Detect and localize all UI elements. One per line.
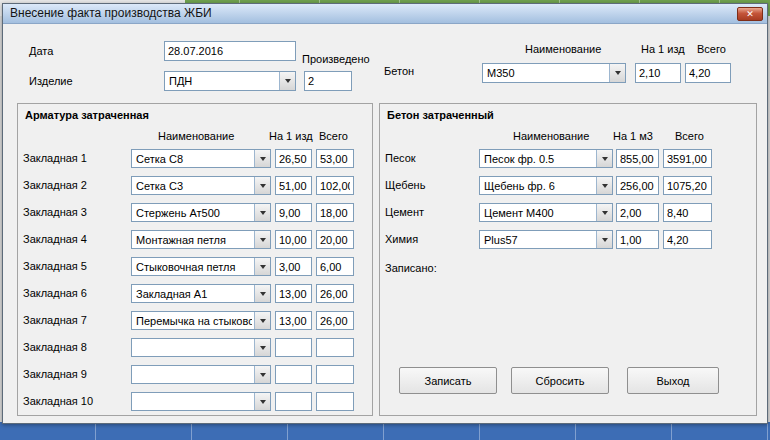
concrete-total-input[interactable]	[685, 63, 731, 83]
concrete-per-m3-input[interactable]	[616, 149, 659, 168]
armature-total-input[interactable]	[316, 338, 354, 357]
written-label: Записано:	[385, 262, 437, 274]
concrete-per-m3-input[interactable]	[616, 203, 659, 222]
concrete-per-m3-input[interactable]	[616, 176, 659, 195]
armature-row: Закладная 7 Перемычка на стыковочн	[3, 311, 767, 330]
chevron-down-icon[interactable]	[596, 204, 612, 221]
chevron-down-icon[interactable]	[596, 177, 612, 194]
combobox-value: Перемычка на стыковочн	[136, 315, 252, 327]
armature-per-item-header: На 1 изд	[269, 130, 313, 142]
armature-total-input[interactable]	[316, 284, 354, 303]
armature-total-input[interactable]	[316, 365, 354, 384]
combobox-value: Песок фр. 0.5	[484, 153, 594, 165]
concrete-row: Химия Plus57	[3, 230, 767, 249]
concrete-row-label: Щебень	[385, 179, 425, 191]
chevron-down-icon[interactable]	[254, 366, 270, 383]
chevron-down-icon[interactable]	[254, 285, 270, 302]
combobox-value: Щебень фр. 6	[484, 180, 594, 192]
concrete-per-m3-input[interactable]	[616, 230, 659, 249]
concrete-per-item-header: На 1 изд	[641, 43, 685, 55]
close-icon: ✕	[746, 9, 754, 19]
chevron-down-icon[interactable]	[254, 258, 270, 275]
concrete-row: Песок Песок фр. 0.5	[3, 149, 767, 168]
date-label: Дата	[29, 45, 53, 57]
combobox-value: Plus57	[484, 234, 594, 246]
concrete-frame-title: Бетон затраченный	[387, 109, 494, 121]
close-button[interactable]: ✕	[737, 7, 763, 21]
concrete-name-combobox[interactable]: Plus57	[479, 230, 613, 249]
armature-name-combobox[interactable]	[131, 392, 271, 411]
armature-name-combobox[interactable]: Стыковочная петля	[131, 257, 271, 276]
armature-per-item-input[interactable]	[275, 284, 312, 303]
concrete-grade-combobox[interactable]: М350	[482, 63, 626, 83]
armature-row-label: Закладная 6	[23, 287, 87, 299]
armature-name-combobox[interactable]: Закладная А1	[131, 284, 271, 303]
concrete-label: Бетон	[384, 65, 414, 77]
armature-row-label: Закладная 8	[23, 341, 87, 353]
save-button[interactable]: Записать	[399, 367, 497, 394]
date-input[interactable]	[164, 41, 296, 61]
concrete-name-header: Наименование	[525, 43, 601, 55]
chevron-down-icon[interactable]	[279, 72, 295, 90]
chevron-down-icon[interactable]	[254, 339, 270, 356]
armature-per-item-input[interactable]	[275, 365, 312, 384]
armature-total-input[interactable]	[316, 311, 354, 330]
armature-row-label: Закладная 9	[23, 368, 87, 380]
armature-row: Закладная 10	[3, 392, 767, 411]
window-title: Внесение факта производства ЖБИ	[10, 4, 212, 23]
reset-button[interactable]: Сбросить	[511, 367, 609, 394]
concrete-total-header-2: Всего	[675, 130, 704, 142]
produced-label: Произведено	[302, 53, 370, 65]
armature-per-item-input[interactable]	[275, 257, 312, 276]
armature-total-header: Всего	[319, 130, 348, 142]
combobox-value: Стыковочная петля	[136, 261, 252, 273]
concrete-row: Щебень Щебень фр. 6	[3, 176, 767, 195]
armature-name-header: Наименование	[158, 130, 234, 142]
armature-name-combobox[interactable]: Перемычка на стыковочн	[131, 311, 271, 330]
armature-per-item-input[interactable]	[275, 338, 312, 357]
concrete-row: Цемент Цемент М400	[3, 203, 767, 222]
concrete-name-combobox[interactable]: Цемент М400	[479, 203, 613, 222]
concrete-total-input[interactable]	[663, 203, 712, 222]
armature-row-label: Закладная 5	[23, 260, 87, 272]
chevron-down-icon[interactable]	[254, 312, 270, 329]
combobox-value: Цемент М400	[484, 207, 594, 219]
armature-total-input[interactable]	[316, 392, 354, 411]
chevron-down-icon[interactable]	[596, 150, 612, 167]
combobox-value: М350	[487, 67, 607, 79]
dialog-content: Дата Произведено Изделие ПДН Бетон Наиме…	[3, 24, 767, 423]
produced-input[interactable]	[304, 71, 352, 91]
concrete-total-header: Всего	[697, 43, 726, 55]
concrete-per-item-input[interactable]	[635, 63, 681, 83]
chevron-down-icon[interactable]	[596, 231, 612, 248]
concrete-total-input[interactable]	[663, 230, 712, 249]
product-label: Изделие	[29, 75, 73, 87]
armature-name-combobox[interactable]	[131, 365, 271, 384]
concrete-row-label: Песок	[385, 152, 416, 164]
combobox-value: ПДН	[169, 75, 277, 87]
armature-row-label: Закладная 7	[23, 314, 87, 326]
chevron-down-icon[interactable]	[254, 393, 270, 410]
spreadsheet-bottom-strip	[0, 422, 770, 440]
concrete-row-label: Химия	[385, 233, 418, 245]
armature-frame-title: Арматура затраченная	[25, 109, 149, 121]
concrete-per-m3-header: На 1 м3	[613, 130, 653, 142]
armature-total-input[interactable]	[316, 257, 354, 276]
armature-per-item-input[interactable]	[275, 392, 312, 411]
concrete-name-combobox[interactable]: Песок фр. 0.5	[479, 149, 613, 168]
exit-button[interactable]: Выход	[627, 367, 719, 394]
chevron-down-icon[interactable]	[609, 64, 625, 82]
armature-name-combobox[interactable]	[131, 338, 271, 357]
concrete-total-input[interactable]	[663, 149, 712, 168]
armature-row: Закладная 8	[3, 338, 767, 357]
titlebar[interactable]: Внесение факта производства ЖБИ ✕	[3, 4, 767, 24]
combobox-value: Закладная А1	[136, 288, 252, 300]
concrete-name-header-2: Наименование	[513, 130, 589, 142]
armature-row-label: Закладная 10	[23, 395, 93, 407]
product-combobox[interactable]: ПДН	[164, 71, 296, 91]
armature-per-item-input[interactable]	[275, 311, 312, 330]
armature-row: Закладная 6 Закладная А1	[3, 284, 767, 303]
concrete-name-combobox[interactable]: Щебень фр. 6	[479, 176, 613, 195]
concrete-total-input[interactable]	[663, 176, 712, 195]
dialog-window: Внесение факта производства ЖБИ ✕ Дата П…	[2, 3, 768, 424]
